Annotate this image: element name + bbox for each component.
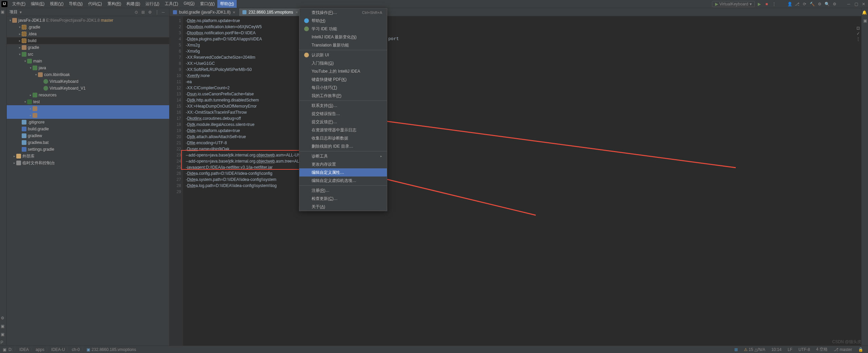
user-icon[interactable]: 👤 <box>787 1 793 7</box>
tree-item-18[interactable]: settings.gradle <box>7 146 169 153</box>
search-icon[interactable]: 🔍 <box>824 1 830 7</box>
tree-item-3[interactable]: ▸gradle <box>7 44 169 51</box>
code-line-27[interactable]: -Didea.system.path=D:\\IDEA\\idea-config… <box>186 176 861 183</box>
code-line-6[interactable]: -Xmx6g <box>186 48 861 54</box>
tool-window-icon[interactable]: ▣ <box>3 347 6 352</box>
code-line-24[interactable]: --add-opens=java.base/jdk.internal.org.o… <box>186 158 861 164</box>
tree-item-4[interactable]: ▾src <box>7 51 169 58</box>
tree-item-20[interactable]: ▸临时文件和控制台 <box>7 160 169 166</box>
help-item-7[interactable]: 入门指南(G) <box>299 59 387 67</box>
tree-item-17[interactable]: gradlew.bat <box>7 139 169 146</box>
collapse-icon[interactable]: ⚙ <box>148 10 153 15</box>
menu-编辑[interactable]: 编辑(E) <box>28 0 47 8</box>
tab-0[interactable]: build.gradle (javaFx-JDK1.8)✕ <box>170 8 239 16</box>
menu-构建[interactable]: 构建(B) <box>124 0 143 8</box>
windows-icon[interactable]: ⊞ <box>732 347 740 352</box>
code-line-12[interactable]: -XX:CICompilerCount=2 <box>186 85 861 91</box>
code-line-4[interactable]: -Didea.plugins.path=D:\\IDEA\\apps\\IDEA <box>186 36 861 42</box>
stop-icon[interactable]: ■ <box>764 1 770 7</box>
project-tool-icon[interactable]: ▣ <box>1 10 6 15</box>
help-item-0[interactable]: 查找操作(F)…Ctrl+Shift+A <box>299 8 387 17</box>
code-line-20[interactable]: -Djdk.attach.allowAttachSelf=true <box>186 134 861 140</box>
tree-item-15[interactable]: build.gradle <box>7 126 169 132</box>
code-line-22[interactable]: -Duser.name=libin9iOak <box>186 146 861 152</box>
expand-all-icon[interactable]: ⊞ <box>141 10 146 15</box>
menu-帮助[interactable]: 帮助(H) <box>217 0 237 8</box>
line-separator[interactable]: LF <box>786 347 794 352</box>
tab-1[interactable]: 232.8660.185.vmoptions✕ <box>239 8 301 16</box>
close-icon[interactable]: ✕ <box>861 1 867 7</box>
menu-工具[interactable]: 工具(T) <box>162 0 181 8</box>
run-config-selector[interactable]: ▶VirtualKeyboard▾ <box>712 1 755 7</box>
help-item-14[interactable]: 提交错误报告… <box>299 110 387 118</box>
menu-重构[interactable]: 重构(R) <box>105 0 124 8</box>
tree-item-7[interactable]: ▾com.libin9ioak <box>7 71 169 78</box>
code-line-15[interactable]: -XX:+HeapDumpOnOutOfMemoryError <box>186 103 861 109</box>
code-line-11[interactable]: -ea <box>186 79 861 85</box>
tree-item-9[interactable]: VirtualKeyboard_V1 <box>7 85 169 92</box>
code-line-28[interactable]: -Didea.log.path=D:\\IDEA\\idea-config\\s… <box>186 183 861 189</box>
notifications-icon[interactable]: 🔔 <box>862 10 867 15</box>
help-item-2[interactable]: 学习 IDE 功能 <box>299 25 387 33</box>
help-item-8[interactable]: YouTube 上的 IntelliJ IDEA <box>299 67 387 75</box>
help-item-4[interactable]: Translation 最新功能 <box>299 41 387 49</box>
code-line-2[interactable]: -Dtoolbox.notification.token=ó6XjNCeyW5 <box>186 24 861 30</box>
code-line-19[interactable]: -Dide.no.platform.update=true <box>186 128 861 134</box>
breadcrumbs[interactable]: D:〉IDEA〉apps〉IDEA-U〉ch-0〉▣ 232.8660.185.… <box>8 347 136 352</box>
tree-item-12[interactable]: ▸ <box>7 105 169 112</box>
tree-item-1[interactable]: ▸.idea <box>7 31 169 37</box>
help-item-6[interactable]: 认识新 UI <box>299 51 387 59</box>
tree-item-0[interactable]: ▾.gradle <box>7 24 169 31</box>
help-item-16[interactable]: 在资源管理器中显示日志 <box>299 126 387 134</box>
code-line-17[interactable]: -Dkotlinx.coroutines.debug=off <box>186 115 861 122</box>
minimize-icon[interactable]: ─ <box>846 1 852 7</box>
code-line-26[interactable]: -Didea.config.path=D:\\IDEA\\idea-config… <box>186 170 861 176</box>
cursor-position[interactable]: 10:14 <box>769 347 784 352</box>
code-line-7[interactable]: -XX:ReservedCodeCacheSize=2048m <box>186 54 861 60</box>
maximize-icon[interactable]: ▢ <box>853 1 859 7</box>
help-item-25[interactable]: 注册(R)… <box>299 186 387 194</box>
code-editor[interactable]: 1234567891011121314151617181920212223242… <box>170 16 861 346</box>
update-icon[interactable]: ⟳ <box>802 1 808 7</box>
code-line-9[interactable]: -XX:SoftRefLRUPolicyMSPerMB=50 <box>186 67 861 73</box>
hide-icon[interactable]: ⋮ <box>155 10 160 15</box>
help-item-11[interactable]: 我的工作效率(P) <box>299 92 387 100</box>
help-item-18[interactable]: 删除残留的 IDE 目录… <box>299 142 387 150</box>
menu-代码[interactable]: 代码(C) <box>85 0 105 8</box>
tree-item-19[interactable]: ▸外部库 <box>7 153 169 160</box>
inspections-status[interactable]: ⚠ 15 △/N/A <box>742 347 767 352</box>
branch-icon[interactable]: ⎇ <box>794 1 800 7</box>
code-line-14[interactable]: -Djdk.http.auth.tunneling.disabledSchem <box>186 97 861 103</box>
help-item-21[interactable]: 更改内存设置 <box>299 160 387 168</box>
terminal-icon[interactable]: P <box>1 340 6 346</box>
menu-文件[interactable]: 文件(F) <box>9 0 28 8</box>
tree-item-6[interactable]: ▾java <box>7 64 169 71</box>
code-line-10[interactable]: -Xverify:none <box>186 73 861 79</box>
tree-item-10[interactable]: ▸resources <box>7 92 169 98</box>
encoding[interactable]: UTF-8 <box>796 347 812 352</box>
tree-item-8[interactable]: VirtualKeyboard <box>7 78 169 85</box>
code-line-13[interactable]: -Dsun.io.useCanonPrefixCache=false <box>186 91 861 97</box>
help-item-22[interactable]: 编辑自定义属性… <box>299 168 387 176</box>
settings-icon[interactable]: ⚙ <box>816 1 823 7</box>
code-line-16[interactable]: -XX:-OmitStackTraceInFastThrow <box>186 109 861 115</box>
tree-item-5[interactable]: ▾main <box>7 58 169 64</box>
gradle-tool-icon[interactable]: ▣ <box>863 18 867 23</box>
tree-item-14[interactable]: .gitignore <box>7 119 169 126</box>
code-line-23[interactable]: --add-opens=java.base/jdk.internal.org.o… <box>186 152 861 158</box>
help-item-9[interactable]: 键盘快捷键 PDF(K) <box>299 75 387 83</box>
help-item-13[interactable]: 联系支持(S)… <box>299 101 387 110</box>
inspect-icon[interactable]: ✓ <box>856 31 860 36</box>
menu-运行[interactable]: 运行(U) <box>143 0 162 8</box>
more-icon[interactable]: ⋮ <box>771 1 777 7</box>
code-line-3[interactable]: -Dtoolbox.notification.portFile=D:\IDEA <box>186 30 861 36</box>
more-editor-icon[interactable]: ⋮ <box>856 37 860 41</box>
structure-icon[interactable]: ⚙ <box>1 316 6 321</box>
tree-item-13[interactable]: ▸ <box>7 112 169 119</box>
help-item-17[interactable]: 收集日志和诊断数据 <box>299 134 387 142</box>
tree-item-16[interactable]: gradlew <box>7 132 169 139</box>
code-line-5[interactable]: -Xms2g <box>186 42 861 48</box>
menu-导航[interactable]: 导航(N) <box>66 0 85 8</box>
code-line-21[interactable]: -Dfile.encoding=UTF-8 <box>186 140 861 146</box>
lock-icon[interactable]: 🔒 <box>856 347 865 352</box>
